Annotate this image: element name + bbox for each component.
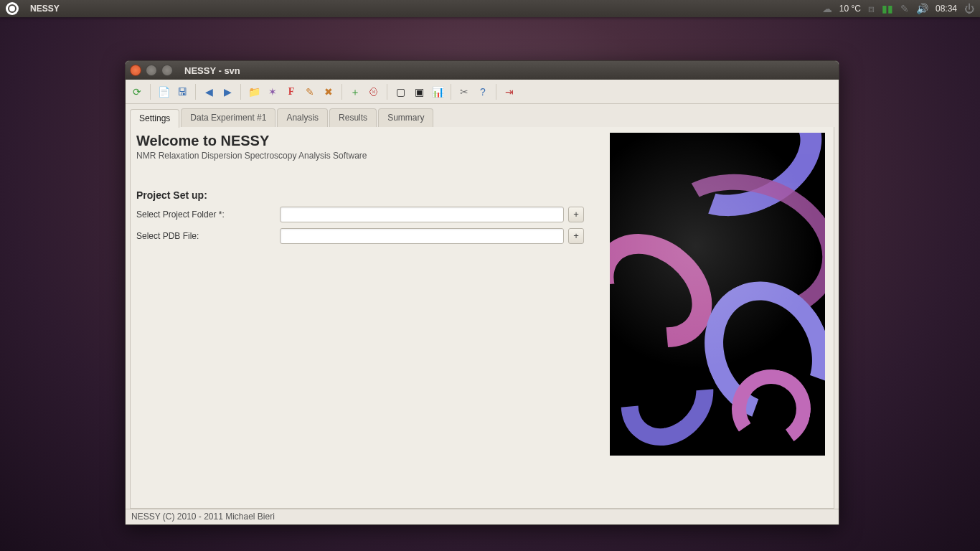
browse-pdb-file-button[interactable]: + — [568, 228, 584, 244]
clock[interactable]: 08:34 — [936, 4, 957, 14]
window-minimize-button[interactable] — [146, 65, 157, 76]
label-pdb-file: Select PDB File: — [136, 231, 280, 241]
protein-structure-image — [610, 133, 825, 456]
toolbar: ⟳ 📄 🖫 ◀ ▶ 📁 ✶ F ✎ ✖ ＋ ⮾ ▢ ▣ 📊 ✂ ? ⇥ — [126, 80, 839, 104]
tab-bar: Settings Data Experiment #1 Analysis Res… — [126, 104, 839, 127]
forward-icon[interactable]: ▶ — [219, 83, 236, 100]
plot-icon[interactable]: 📊 — [429, 83, 446, 100]
save-icon[interactable]: 🖫 — [174, 83, 191, 100]
desktop-top-panel: NESSY ☁ 10 °C ⧈ ▮▮ ✎ 🔊 08:34 ⏻ — [0, 0, 980, 17]
app-window: NESSY - svn ⟳ 📄 🖫 ◀ ▶ 📁 ✶ F ✎ ✖ ＋ ⮾ ▢ ▣ … — [125, 60, 839, 525]
window-titlebar[interactable]: NESSY - svn — [126, 61, 839, 80]
weather-temp[interactable]: 10 °C — [839, 4, 861, 14]
network-icon[interactable]: ✎ — [900, 4, 909, 14]
status-bar: NESSY (C) 2010 - 2011 Michael Bieri — [126, 509, 839, 524]
row-project-folder: Select Project Folder *: + — [136, 207, 595, 222]
window-maximize-button[interactable] — [161, 65, 173, 76]
section-project-setup: Project Set up: — [136, 189, 595, 201]
help-icon[interactable]: ? — [474, 83, 491, 100]
window-title: NESSY - svn — [184, 65, 240, 76]
tab-settings[interactable]: Settings — [130, 109, 179, 128]
open-icon[interactable]: 📄 — [155, 83, 172, 100]
volume-icon[interactable]: 🔊 — [916, 4, 928, 14]
page-subtitle: NMR Relaxation Dispersion Spectroscopy A… — [136, 151, 595, 161]
exit-icon[interactable]: ⇥ — [501, 83, 518, 100]
power-icon[interactable]: ⏻ — [964, 4, 974, 14]
system-indicators: ☁ 10 °C ⧈ ▮▮ ✎ 🔊 08:34 ⏻ — [822, 4, 974, 14]
refresh-icon[interactable]: ⟳ — [128, 83, 146, 100]
tools-icon[interactable]: ✂ — [456, 83, 473, 100]
edit-icon[interactable]: ✎ — [301, 83, 319, 100]
delete-icon[interactable]: ✖ — [320, 83, 337, 100]
stop-icon[interactable]: ⮾ — [365, 83, 382, 100]
input-pdb-file[interactable] — [280, 228, 564, 244]
dropbox-icon[interactable]: ⧈ — [868, 4, 875, 14]
tab-results[interactable]: Results — [329, 108, 377, 127]
input-project-folder[interactable] — [280, 207, 564, 222]
tab-analysis[interactable]: Analysis — [277, 108, 328, 127]
battery-icon[interactable]: ▮▮ — [882, 4, 893, 14]
structure-icon[interactable]: ✶ — [264, 83, 281, 100]
fit-icon[interactable]: F — [283, 83, 300, 100]
weather-icon[interactable]: ☁ — [822, 4, 832, 14]
add-icon[interactable]: ＋ — [347, 83, 364, 100]
page-title: Welcome to NESSY — [136, 133, 595, 149]
window-close-button[interactable] — [130, 65, 141, 76]
label-project-folder: Select Project Folder *: — [136, 209, 280, 220]
ubuntu-logo-icon[interactable] — [6, 2, 19, 15]
back-icon[interactable]: ◀ — [200, 83, 217, 100]
tab-summary[interactable]: Summary — [378, 108, 433, 127]
folder-icon[interactable]: 📁 — [245, 83, 263, 100]
tab-content-settings: Welcome to NESSY NMR Relaxation Dispersi… — [130, 127, 834, 509]
row-pdb-file: Select PDB File: + — [136, 228, 595, 244]
script-icon[interactable]: ▣ — [410, 83, 428, 100]
active-app-name: NESSY — [30, 4, 60, 14]
terminal-icon[interactable]: ▢ — [392, 83, 409, 100]
status-text: NESSY (C) 2010 - 2011 Michael Bieri — [131, 512, 275, 522]
tab-data-experiment-1[interactable]: Data Experiment #1 — [181, 108, 275, 127]
browse-project-folder-button[interactable]: + — [568, 207, 584, 222]
